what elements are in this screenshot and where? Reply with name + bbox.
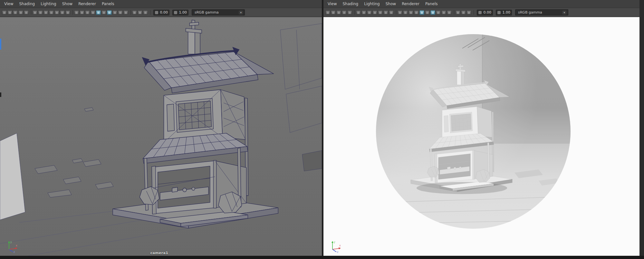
toolbar-icons-left (2, 10, 151, 15)
menu-renderer[interactable]: Renderer (75, 0, 99, 8)
gamma-mode-dropdown[interactable]: sRGB gamma ▾ (515, 9, 568, 15)
safe-action-icon[interactable] (60, 10, 65, 15)
viewport-panel-right: ViewShadingLightingShowRendererPanels 0.… (323, 0, 639, 256)
gamma-field[interactable]: 1.00 (496, 10, 512, 15)
gizmo-y-label: y (334, 241, 335, 244)
viewport-right[interactable]: y x z (323, 17, 639, 256)
panel-menu-left: ViewShadingLightingShowRendererPanels (0, 0, 117, 8)
toolbar-separator (353, 10, 355, 15)
field-chart-icon[interactable] (378, 10, 383, 15)
lock-camera-icon[interactable] (331, 10, 336, 15)
bookmarks-icon[interactable] (342, 10, 347, 15)
lighting-icon[interactable] (96, 10, 101, 15)
toolbar-separator (149, 10, 150, 15)
camera-attributes-icon[interactable] (336, 10, 341, 15)
toolbar-separator (394, 10, 396, 15)
menu-shading[interactable]: Shading (340, 0, 361, 8)
exposure-icon (155, 11, 158, 14)
textured-icon[interactable] (85, 10, 90, 15)
exposure-value[interactable]: 0.00 (483, 10, 491, 14)
camera-attributes-icon[interactable] (13, 10, 18, 15)
axis-gizmo-icon: y x z (328, 239, 342, 253)
isolate-select-icon[interactable] (132, 10, 137, 15)
house-model-wireframe[interactable] (107, 18, 281, 245)
menu-panels[interactable]: Panels (422, 0, 441, 8)
shadows-icon[interactable] (101, 10, 106, 15)
panel-menu-right: ViewShadingLightingShowRendererPanels (323, 0, 441, 8)
menu-shading[interactable]: Shading (16, 0, 38, 8)
multisample-icon[interactable] (118, 10, 123, 15)
gamma-mode-value: sRGB gamma (195, 10, 219, 14)
select-camera-icon[interactable] (2, 10, 7, 15)
menu-view[interactable]: View (1, 0, 16, 8)
gamma-mode-dropdown[interactable]: sRGB gamma ▾ (192, 9, 245, 15)
menu-show[interactable]: Show (59, 0, 75, 8)
shadows-icon[interactable] (425, 10, 430, 15)
exposure-field[interactable]: 0.00 (477, 10, 493, 15)
textured-icon[interactable] (409, 10, 413, 15)
isolate-select-icon[interactable] (456, 10, 460, 15)
gate-mask-icon[interactable] (49, 10, 54, 15)
gamma-icon (497, 11, 501, 14)
two-d-pan-zoom-icon[interactable] (466, 10, 471, 15)
menu-renderer[interactable]: Renderer (399, 0, 422, 8)
menu-lighting[interactable]: Lighting (38, 0, 59, 8)
field-chart-icon[interactable] (54, 10, 59, 15)
resolution-gate-icon[interactable] (367, 10, 372, 15)
grid-icon[interactable] (33, 10, 37, 15)
bookmarks-icon[interactable] (18, 10, 23, 15)
shelf-selection-highlight (0, 39, 1, 50)
safe-action-icon[interactable] (383, 10, 388, 15)
gate-mask-icon[interactable] (372, 10, 377, 15)
motion-blur-icon[interactable] (436, 10, 441, 15)
smooth-shade-icon[interactable] (403, 10, 408, 15)
gamma-field[interactable]: 1.00 (172, 10, 188, 15)
house-wireframe (107, 18, 281, 245)
lighting-icon[interactable] (419, 10, 424, 15)
gamma-value[interactable]: 1.00 (178, 10, 187, 14)
use-default-material-icon[interactable] (414, 10, 419, 15)
screen-space-ao-icon[interactable] (107, 10, 112, 15)
menu-show[interactable]: Show (383, 0, 399, 8)
window-edge-bottom (0, 256, 644, 259)
house-render (407, 62, 514, 202)
gizmo-z-label: z (14, 251, 15, 253)
wireframe-icon[interactable] (74, 10, 79, 15)
two-d-pan-zoom-icon[interactable] (143, 10, 148, 15)
menu-view[interactable]: View (325, 0, 340, 8)
house-render-slot[interactable] (407, 62, 514, 202)
exposure-value[interactable]: 0.00 (159, 10, 168, 14)
panel-toolbar-left: 0.00 1.00 sRGB gamma ▾ (0, 8, 322, 17)
gizmo-z-label: z (337, 251, 338, 253)
screen-space-ao-icon[interactable] (430, 10, 435, 15)
smooth-shade-icon[interactable] (80, 10, 84, 15)
image-plane-icon[interactable] (24, 10, 29, 15)
use-default-material-icon[interactable] (91, 10, 95, 15)
film-gate-icon[interactable] (361, 10, 366, 15)
grid-icon[interactable] (356, 10, 361, 15)
toolbar-separator (452, 10, 454, 15)
gamma-value[interactable]: 1.00 (502, 10, 510, 14)
film-gate-icon[interactable] (38, 10, 43, 15)
menu-lighting[interactable]: Lighting (361, 0, 383, 8)
gizmo-y-label: y (10, 241, 12, 244)
depth-of-field-icon[interactable] (123, 10, 128, 15)
multisample-icon[interactable] (441, 10, 446, 15)
xray-icon[interactable] (138, 10, 142, 15)
wireframe-icon[interactable] (398, 10, 402, 15)
select-camera-icon[interactable] (325, 10, 330, 15)
menu-panels[interactable]: Panels (99, 0, 117, 8)
xray-icon[interactable] (461, 10, 466, 15)
gizmo-x-label: x (339, 244, 341, 247)
lock-camera-icon[interactable] (7, 10, 12, 15)
safe-title-icon[interactable] (65, 10, 70, 15)
safe-title-icon[interactable] (389, 10, 394, 15)
maya-window: ViewShadingLightingShowRendererPanels 0.… (0, 0, 644, 259)
depth-of-field-icon[interactable] (447, 10, 452, 15)
resolution-gate-icon[interactable] (43, 10, 48, 15)
viewport-left[interactable]: camera1 y x z (0, 17, 322, 256)
motion-blur-icon[interactable] (112, 10, 117, 15)
chevron-down-icon: ▾ (562, 11, 566, 14)
image-plane-icon[interactable] (347, 10, 352, 15)
exposure-field[interactable]: 0.00 (153, 10, 169, 15)
